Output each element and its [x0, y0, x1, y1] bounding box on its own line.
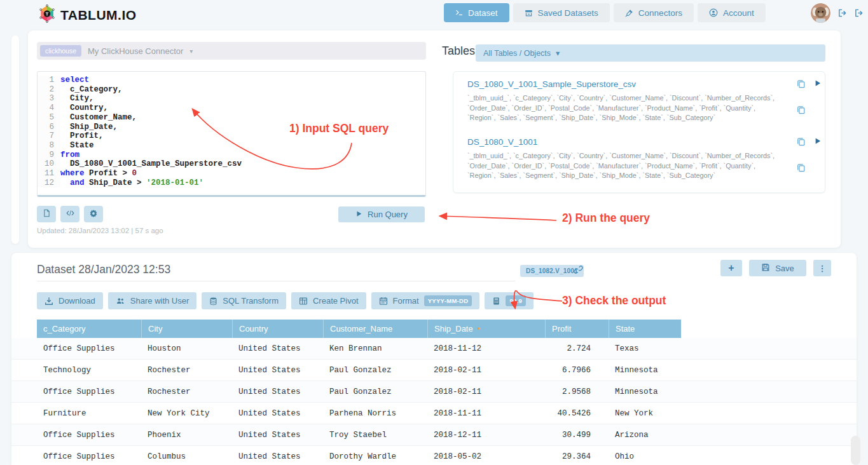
table-cell: Arizona [609, 424, 681, 445]
table-row[interactable]: TechnologyRochesterUnited StatesPaul Gon… [11, 360, 857, 381]
toolbar-precision-button[interactable]: 99.9 [485, 292, 534, 309]
editor-actions [37, 206, 103, 222]
run-query-button[interactable]: Run Query [338, 206, 425, 222]
table-row[interactable]: FurnitureNew York CityUnited StatesParhe… [11, 403, 857, 424]
link-icon[interactable] [574, 265, 583, 277]
toolbar-button-label: SQL Transform [223, 296, 279, 306]
table-row[interactable]: Office SuppliesHoustonUnited StatesKen B… [11, 338, 857, 360]
column-header-label: Country [239, 324, 268, 334]
toolbar-format-button[interactable]: FormatYYYY-MM-DD [371, 292, 480, 309]
column-header-ship_date[interactable]: Ship_Date• [427, 320, 545, 338]
nav-connectors[interactable]: Connectors [614, 3, 694, 22]
copy-columns-icon[interactable] [797, 163, 806, 172]
chevron-down-icon: ▾ [556, 48, 560, 58]
code-icon [66, 209, 74, 219]
file-icon [43, 209, 51, 219]
code-text: select [60, 76, 89, 85]
run-table-play-icon[interactable] [814, 79, 822, 87]
nav-dataset[interactable]: Dataset [444, 3, 509, 22]
table-cell: Ohio [609, 446, 681, 465]
tables-filter-dropdown[interactable]: All Tables / Objects ▾ [476, 44, 825, 62]
line-number: 11 [38, 169, 60, 179]
connector-name: My ClickHouse Connector [88, 46, 183, 56]
code-format-button[interactable] [60, 206, 79, 222]
toolbar-download-button[interactable]: Download [37, 292, 103, 309]
nav-label: Account [723, 8, 754, 18]
table-cell: Ken Brennan [323, 338, 427, 359]
table-cell: Office Supplies [37, 424, 141, 445]
table-cell: 2018-11-11 [427, 403, 545, 424]
code-text: DS_1080_V_1001_Sample_Superstore_csv [60, 159, 242, 169]
table-row[interactable]: Office SuppliesPhoenixUnited StatesTroy … [11, 424, 857, 446]
page-scrollbar-thumb[interactable] [851, 436, 860, 465]
run-table-play-icon[interactable] [814, 137, 822, 145]
column-header-state[interactable]: State [609, 320, 681, 338]
table-cell: Houston [141, 338, 232, 359]
code-text: State [60, 141, 94, 151]
kebab-menu-button[interactable]: ⋮ [813, 260, 831, 276]
connector-select[interactable]: clickhouse My ClickHouse Connector ▾ [37, 42, 426, 60]
line-number: 7 [38, 131, 60, 141]
tablum-app: TABLUM.IO DatasetSaved DatasetsConnector… [0, 0, 868, 465]
column-header-label: State [616, 324, 635, 334]
dataset-title: Dataset 28/Jan/2023 12:53 [37, 263, 170, 276]
table-row[interactable]: Office SuppliesRochesterUnited StatesPau… [11, 381, 857, 403]
signout-icon[interactable] [837, 8, 847, 18]
avatar[interactable] [811, 3, 830, 23]
column-header-customer_name[interactable]: Customer_Name [323, 320, 427, 338]
new-query-button[interactable] [37, 206, 56, 222]
exit-icon[interactable] [854, 8, 864, 18]
account-area [811, 3, 864, 23]
table-name-link[interactable]: DS_1080_V_1001 [467, 137, 537, 147]
table-row[interactable]: Office SuppliesColumbusUnited StatesDoro… [11, 446, 857, 465]
column-header-profit[interactable]: Profit [545, 320, 609, 338]
table-cell: 2.9568 [545, 381, 609, 402]
table-cell: United States [232, 403, 323, 424]
line-number: 2 [38, 85, 60, 95]
tablum-logo[interactable]: TABLUM.IO [38, 4, 137, 26]
code-text: City, [60, 94, 94, 104]
table-cell: United States [232, 446, 323, 465]
code-text: and Ship_Date > '2018-01-01' [60, 179, 203, 188]
toolbar-sql-transform-button[interactable]: SQL Transform [202, 292, 286, 309]
table-cell: Phoenix [141, 424, 232, 445]
toolbar-button-label: Download [59, 296, 95, 306]
code-text: from [60, 151, 79, 160]
copy-icon[interactable] [797, 137, 806, 146]
dataset-card: Dataset 28/Jan/2023 12:53 DS_1082.V_1001… [11, 253, 857, 465]
settings-button[interactable] [84, 206, 103, 222]
column-header-c_category[interactable]: c_Category [37, 320, 141, 338]
nav-saved-datasets[interactable]: Saved Datasets [513, 3, 610, 22]
archive-icon [525, 9, 533, 17]
column-header-country[interactable]: Country [232, 320, 323, 338]
toolbar-share-with-user-button[interactable]: Share with User [108, 292, 196, 309]
connector-type-badge: clickhouse [40, 45, 81, 57]
table-cell: 2018-05-02 [427, 446, 545, 465]
column-header-label: c_Category [43, 324, 85, 334]
chevron-down-icon: ▾ [189, 48, 193, 55]
table-cell: 2018-11-12 [427, 338, 545, 359]
save-button[interactable]: Save [749, 260, 806, 276]
table-name-link[interactable]: DS_1080_V_1001_Sample_Superstore_csv [467, 79, 636, 89]
add-button[interactable]: + [720, 260, 742, 276]
table-cell: New York [609, 403, 681, 424]
sql-editor[interactable]: 1select2 c_Category,3 City,4 Country,5 C… [37, 71, 426, 197]
code-text: c_Category, [60, 85, 123, 95]
column-header-label: Profit [552, 324, 571, 334]
tables-panel-title: Tables [442, 44, 475, 58]
copy-columns-icon[interactable] [797, 105, 806, 114]
code-line: 7 Profit, [38, 131, 425, 141]
copy-icon[interactable] [797, 79, 806, 88]
tablum-logo-icon [38, 4, 56, 26]
toolbar-create-pivot-button[interactable]: Create Pivot [291, 292, 366, 309]
table-cell: 2018-02-11 [427, 360, 545, 381]
tablum-logo-text: TABLUM.IO [60, 8, 137, 23]
table-cell: Paul Gonzalez [323, 381, 427, 402]
play-icon [355, 210, 362, 219]
result-table: c_CategoryCityCountryCustomer_NameShip_D… [11, 320, 857, 465]
toolbar-button-label: Create Pivot [313, 296, 359, 306]
nav-label: Connectors [638, 8, 682, 18]
code-text: Customer_Name, [60, 113, 137, 123]
nav-account[interactable]: Account [698, 3, 766, 22]
column-header-city[interactable]: City [141, 320, 232, 338]
